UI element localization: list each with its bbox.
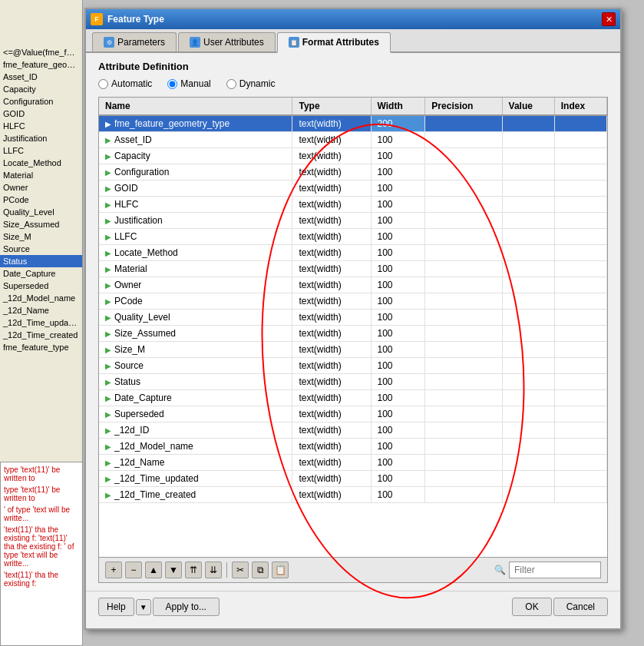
- cell-index: [554, 148, 606, 164]
- table-row[interactable]: ▶Supersededtext(width)100: [99, 406, 607, 422]
- sidebar-item[interactable]: _12d_Model_name: [0, 292, 82, 304]
- title-bar-left: F Feature Type: [91, 13, 164, 25]
- add-row-button[interactable]: +: [105, 562, 122, 578]
- tab-parameters[interactable]: ⚙ Parameters: [92, 32, 177, 51]
- table-row[interactable]: ▶Asset_IDtext(width)100: [99, 132, 607, 148]
- table-row[interactable]: ▶Materialtext(width)100: [99, 261, 607, 277]
- sidebar-item[interactable]: Source: [0, 243, 82, 255]
- copy-button[interactable]: ⧉: [252, 562, 269, 578]
- table-row[interactable]: ▶Justificationtext(width)100: [99, 213, 607, 229]
- cell-precision: [425, 374, 502, 390]
- cell-width: 100: [371, 197, 425, 213]
- cell-name: ▶Status: [99, 374, 292, 390]
- sidebar-item[interactable]: Justification: [0, 132, 82, 144]
- tab-format-attributes[interactable]: 📋 Format Attributes: [277, 32, 391, 53]
- cell-type: text(width): [292, 406, 371, 422]
- table-row[interactable]: ▶HLFCtext(width)100: [99, 197, 607, 213]
- table-row[interactable]: ▶LLFCtext(width)100: [99, 229, 607, 245]
- row-expand-icon: ▶: [105, 362, 111, 370]
- table-row[interactable]: ▶Locate_Methodtext(width)100: [99, 245, 607, 261]
- cell-value: [502, 455, 554, 471]
- sidebar-item[interactable]: Status: [0, 255, 82, 267]
- sidebar-item[interactable]: Superseded: [0, 280, 82, 292]
- sidebar-item[interactable]: Asset_ID: [0, 71, 82, 83]
- close-button[interactable]: ✕: [602, 12, 616, 26]
- sidebar-item[interactable]: LLFC: [0, 144, 82, 157]
- feature-type-dialog: F Feature Type ✕ ⚙ Parameters 👤 User Att…: [84, 8, 622, 630]
- table-row[interactable]: ▶PCodetext(width)100: [99, 293, 607, 310]
- move-top-button[interactable]: ⇈: [185, 562, 202, 578]
- sidebar-item[interactable]: fme_feature_type: [0, 341, 82, 353]
- row-expand-icon: ▶: [105, 378, 111, 386]
- radio-dynamic[interactable]: Dynamic: [226, 78, 276, 89]
- sidebar-item[interactable]: _12d_Name: [0, 304, 82, 316]
- cancel-button[interactable]: Cancel: [553, 598, 608, 616]
- table-row[interactable]: ▶GOIDtext(width)100: [99, 181, 607, 197]
- sidebar-item[interactable]: Size_Assumed: [0, 218, 82, 230]
- sidebar-item[interactable]: Configuration: [0, 95, 82, 108]
- table-row[interactable]: ▶Quality_Leveltext(width)100: [99, 310, 607, 326]
- table-row[interactable]: ▶fme_feature_geometry_typetext(width)200: [99, 115, 607, 132]
- move-up-button[interactable]: ▲: [145, 562, 162, 578]
- table-row[interactable]: ▶Size_Assumedtext(width)100: [99, 326, 607, 342]
- sidebar-item[interactable]: Quality_Level: [0, 206, 82, 218]
- cell-name: ▶Capacity: [99, 148, 292, 164]
- attribute-table: Name Type Width Precision Value Index ▶f…: [98, 97, 608, 558]
- move-down-button[interactable]: ▼: [165, 562, 182, 578]
- sidebar-item[interactable]: Size_M: [0, 230, 82, 243]
- cell-name: ▶_12d_Model_name: [99, 439, 292, 455]
- table-row[interactable]: ▶_12d_Model_nametext(width)100: [99, 439, 607, 455]
- move-bottom-button[interactable]: ⇊: [205, 562, 222, 578]
- radio-automatic[interactable]: Automatic: [98, 78, 152, 89]
- sidebar-item[interactable]: PCode: [0, 194, 82, 206]
- radio-automatic-input[interactable]: [98, 79, 108, 89]
- sidebar-item[interactable]: HLFC: [0, 120, 82, 132]
- col-precision: Precision: [425, 98, 502, 115]
- sidebar-item[interactable]: GOID: [0, 108, 82, 120]
- paste-button[interactable]: 📋: [272, 562, 289, 578]
- table-row[interactable]: ▶_12d_Time_createdtext(width)100: [99, 487, 607, 503]
- row-expand-icon: ▶: [105, 442, 111, 451]
- cell-precision: [425, 245, 502, 261]
- cell-type: text(width): [292, 197, 371, 213]
- table-row[interactable]: ▶Ownertext(width)100: [99, 277, 607, 293]
- cell-index: [554, 422, 606, 439]
- table-row[interactable]: ▶_12d_IDtext(width)100: [99, 422, 607, 439]
- table-row[interactable]: ▶_12d_Time_updatedtext(width)100: [99, 471, 607, 487]
- sidebar-item[interactable]: _12d_Time_updated: [0, 316, 82, 329]
- cut-button[interactable]: ✂: [232, 562, 249, 578]
- sidebar-item[interactable]: Capacity: [0, 83, 82, 95]
- help-dropdown-button[interactable]: ▼: [136, 599, 151, 615]
- cell-name: ▶Locate_Method: [99, 245, 292, 261]
- table-row[interactable]: ▶Statustext(width)100: [99, 374, 607, 390]
- sidebar-item[interactable]: Owner: [0, 181, 82, 194]
- cell-type: text(width): [292, 439, 371, 455]
- radio-dynamic-input[interactable]: [226, 79, 236, 89]
- log-message: type 'text(11)' be written to: [4, 465, 79, 482]
- tab-user-attributes[interactable]: 👤 User Attributes: [178, 32, 276, 51]
- filter-input[interactable]: [509, 562, 601, 578]
- cell-precision: [425, 471, 502, 487]
- table-row[interactable]: ▶_12d_Nametext(width)100: [99, 455, 607, 471]
- row-expand-icon: ▶: [105, 330, 111, 338]
- sidebar-item[interactable]: Date_Capture: [0, 267, 82, 280]
- sidebar-item[interactable]: _12d_Time_created: [0, 329, 82, 341]
- radio-manual-input[interactable]: [167, 79, 177, 89]
- cell-index: [554, 310, 606, 326]
- sidebar-item[interactable]: Material: [0, 169, 82, 181]
- cell-precision: [425, 406, 502, 422]
- ok-button[interactable]: OK: [512, 598, 551, 616]
- cell-precision: [425, 342, 502, 358]
- table-row[interactable]: ▶Capacitytext(width)100: [99, 148, 607, 164]
- sidebar-item[interactable]: fme_feature_geome...: [0, 58, 82, 71]
- table-row[interactable]: ▶Configurationtext(width)100: [99, 164, 607, 181]
- help-button[interactable]: Help: [98, 598, 134, 616]
- remove-row-button[interactable]: −: [125, 562, 142, 578]
- apply-to-button[interactable]: Apply to...: [153, 598, 220, 616]
- table-row[interactable]: ▶Sourcetext(width)100: [99, 358, 607, 374]
- table-row[interactable]: ▶Size_Mtext(width)100: [99, 342, 607, 358]
- radio-manual[interactable]: Manual: [167, 78, 210, 89]
- table-row[interactable]: ▶Date_Capturetext(width)100: [99, 390, 607, 406]
- sidebar-item[interactable]: Locate_Method: [0, 157, 82, 169]
- sidebar-item[interactable]: <=@Value(fme_featu...: [0, 46, 82, 58]
